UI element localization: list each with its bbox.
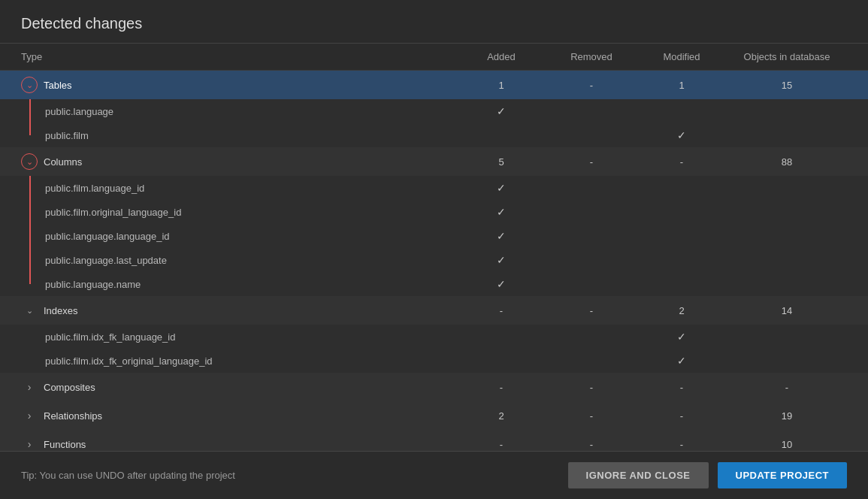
- category-row-composites[interactable]: ›Composites----: [0, 373, 868, 401]
- added-relationships: 2: [456, 410, 546, 422]
- objects-functions: 10: [727, 439, 847, 450]
- modified-indexes: 2: [637, 305, 727, 316]
- dialog-footer: Tip: You can use UNDO after updating the…: [0, 451, 868, 499]
- objects-columns: 88: [727, 156, 847, 168]
- ignore-close-button[interactable]: IGNORE AND CLOSE: [568, 462, 709, 488]
- category-row-relationships[interactable]: ›Relationships2--19: [0, 401, 868, 430]
- removed-relationships: -: [546, 410, 637, 422]
- chevron-composites[interactable]: ›: [21, 379, 38, 395]
- dialog-title: Detected changes: [21, 15, 847, 32]
- dialog-body: Type Added Removed Modified Objects in d…: [0, 44, 868, 451]
- tip-text: Tip: You can use UNDO after updating the…: [21, 470, 235, 481]
- modified-tables: 1: [637, 80, 727, 91]
- category-label-tables: Tables: [44, 80, 72, 91]
- vertical-line-tables: [29, 99, 31, 135]
- objects-composites: -: [727, 382, 847, 393]
- col-modified: Modified: [637, 51, 727, 62]
- category-label-relationships: Relationships: [44, 410, 102, 422]
- sub-added-columns-4: ✓: [456, 278, 546, 290]
- objects-tables: 15: [727, 80, 847, 91]
- sub-label-indexes-1: public.film.idx_fk_original_language_id: [45, 355, 456, 367]
- category-label-composites: Composites: [44, 382, 95, 393]
- objects-relationships: 19: [727, 410, 847, 422]
- sub-modified-indexes-1: ✓: [637, 355, 727, 367]
- sub-label-columns-4: public.language.name: [45, 279, 456, 290]
- category-row-tables[interactable]: ⌄Tables1-115: [0, 71, 868, 99]
- added-columns: 5: [456, 156, 546, 168]
- sub-item-indexes-1: public.film.idx_fk_original_language_id✓: [0, 349, 868, 373]
- modified-functions: -: [637, 439, 727, 450]
- category-label-columns: Columns: [44, 156, 82, 168]
- sub-added-columns-3: ✓: [456, 254, 546, 266]
- chevron-relationships[interactable]: ›: [21, 407, 38, 424]
- sub-item-columns-4: public.language.name✓: [0, 272, 868, 296]
- table-header: Type Added Removed Modified Objects in d…: [0, 44, 868, 71]
- added-tables: 1: [456, 80, 546, 91]
- col-removed: Removed: [546, 51, 637, 62]
- sub-item-tables-0: public.language✓: [0, 99, 868, 123]
- sub-label-indexes-0: public.film.idx_fk_language_id: [45, 331, 456, 343]
- removed-indexes: -: [546, 305, 637, 316]
- category-row-columns[interactable]: ⌄Columns5--88: [0, 147, 868, 176]
- update-project-button[interactable]: UPDATE PROJECT: [718, 462, 848, 488]
- sub-added-tables-0: ✓: [456, 105, 546, 117]
- modified-composites: -: [637, 382, 727, 393]
- col-added: Added: [456, 51, 546, 62]
- rows-container: ⌄Tables1-115public.language✓public.film✓…: [0, 71, 868, 451]
- chevron-columns[interactable]: ⌄: [21, 153, 38, 170]
- removed-composites: -: [546, 382, 637, 393]
- removed-functions: -: [546, 439, 637, 450]
- added-composites: -: [456, 382, 546, 393]
- sub-item-tables-1: public.film✓: [0, 123, 868, 147]
- dialog-header: Detected changes: [0, 0, 868, 44]
- sub-label-columns-3: public.language.last_update: [45, 255, 456, 266]
- category-label-indexes: Indexes: [44, 305, 78, 316]
- sub-modified-indexes-0: ✓: [637, 331, 727, 343]
- modified-relationships: -: [637, 410, 727, 422]
- added-indexes: -: [456, 305, 546, 316]
- sub-item-columns-1: public.film.original_language_id✓: [0, 200, 868, 224]
- sub-label-tables-0: public.language: [45, 106, 456, 117]
- chevron-indexes[interactable]: ⌄: [21, 302, 38, 319]
- sub-label-columns-1: public.film.original_language_id: [45, 207, 456, 218]
- sub-label-columns-2: public.language.language_id: [45, 231, 456, 242]
- sub-added-columns-2: ✓: [456, 230, 546, 242]
- removed-tables: -: [546, 80, 637, 91]
- sub-label-tables-1: public.film: [45, 130, 456, 141]
- category-row-functions[interactable]: ›Functions---10: [0, 430, 868, 451]
- sub-modified-tables-1: ✓: [637, 129, 727, 141]
- sub-added-columns-1: ✓: [456, 206, 546, 218]
- removed-columns: -: [546, 156, 637, 168]
- sub-item-columns-2: public.language.language_id✓: [0, 224, 868, 248]
- added-functions: -: [456, 439, 546, 450]
- sub-added-columns-0: ✓: [456, 182, 546, 194]
- sub-item-columns-3: public.language.last_update✓: [0, 248, 868, 272]
- sub-item-indexes-0: public.film.idx_fk_language_id✓: [0, 325, 868, 349]
- chevron-tables[interactable]: ⌄: [21, 77, 38, 93]
- vertical-line-columns: [29, 176, 31, 284]
- col-type: Type: [21, 51, 456, 62]
- sub-label-columns-0: public.film.language_id: [45, 183, 456, 194]
- category-label-functions: Functions: [44, 439, 86, 450]
- objects-indexes: 14: [727, 305, 847, 316]
- detected-changes-dialog: Detected changes Type Added Removed Modi…: [0, 0, 868, 499]
- chevron-functions[interactable]: ›: [21, 436, 38, 451]
- modified-columns: -: [637, 156, 727, 168]
- category-row-indexes[interactable]: ⌄Indexes--214: [0, 296, 868, 325]
- footer-buttons: IGNORE AND CLOSE UPDATE PROJECT: [568, 462, 847, 488]
- sub-item-columns-0: public.film.language_id✓: [0, 176, 868, 200]
- col-objects: Objects in database: [727, 51, 847, 62]
